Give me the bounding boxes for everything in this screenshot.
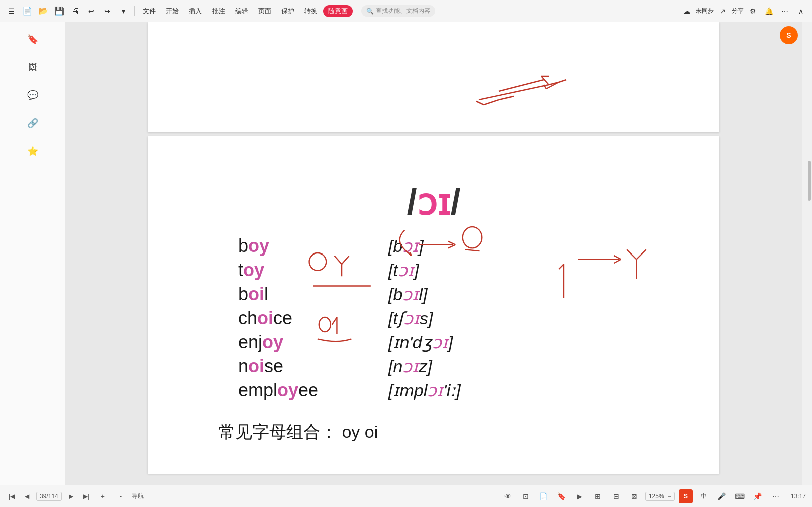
wps-icon[interactable]: S (679, 489, 693, 503)
word-row-toy: toy [tɔɪ] (238, 260, 689, 281)
zoom-minus[interactable]: − (668, 493, 671, 500)
sidebar-link-icon[interactable]: 🔗 (24, 114, 42, 132)
settings-icon[interactable]: ⚙ (746, 4, 760, 18)
phonics-oi: ɔɪ (417, 182, 451, 222)
dropdown-icon[interactable]: ▾ (116, 4, 130, 18)
page-main: /ɔɪ/ boy [bɔɪ] toy [tɔɪ] boil [bɔɪ (148, 136, 719, 474)
phonetic-choice: [tʃɔɪs] (388, 308, 479, 328)
svg-line-8 (499, 96, 514, 100)
phonics-symbol: /ɔɪ/ (178, 181, 689, 223)
nav-last-btn[interactable]: ▶| (81, 491, 92, 502)
undo-icon[interactable]: ↩ (84, 4, 98, 18)
page-total: 114 (48, 493, 58, 500)
menu-item-yemian[interactable]: 页面 (254, 5, 275, 18)
menu-item-bianji[interactable]: 编辑 (231, 5, 252, 18)
phonetic-employee: [ɪmplɔɪ'iː] (388, 380, 479, 400)
search-placeholder: 查找功能、文档内容 (376, 7, 430, 15)
open-icon[interactable]: 📂 (36, 4, 50, 18)
svg-line-5 (546, 82, 559, 89)
file-icon[interactable]: 📄 (20, 4, 34, 18)
phonics-header: /ɔɪ/ (178, 181, 689, 223)
menu-item-pizhu[interactable]: 批注 (208, 5, 229, 18)
status-right-icons: 👁 ⊡ 📄 🔖 ▶ ⊞ ⊟ ⊠ 125% − S 中 🎤 ⌨ 📌 ⋯ 13:17 (501, 489, 806, 503)
guide-add-btn[interactable]: + (96, 489, 110, 503)
right-scrollbar[interactable] (802, 22, 812, 485)
share-icon[interactable]: ↗ (716, 4, 730, 18)
print-icon[interactable]: 🖨 (68, 4, 82, 18)
nav-next-btn[interactable]: ▶ (66, 491, 77, 502)
pin-icon[interactable]: 📌 (751, 489, 765, 503)
guide-label: 导航 (132, 492, 144, 500)
svg-line-2 (549, 82, 559, 85)
bell-icon[interactable]: 🔔 (762, 4, 776, 18)
ph-choice-highlight: ɔɪ (403, 309, 420, 328)
sidebar-comment-icon[interactable]: 💬 (24, 86, 42, 104)
orange-action-button[interactable]: S (780, 26, 798, 44)
menu-item-wenjian[interactable]: 文件 (139, 5, 160, 18)
chevron-icon[interactable]: ∧ (794, 4, 808, 18)
svg-line-6 (476, 101, 484, 105)
nav-prev-btn[interactable]: ◀ (21, 491, 32, 502)
menu-item-kaishi[interactable]: 开始 (162, 5, 183, 18)
word-employee: employee (238, 380, 328, 401)
word-boy: boy (238, 235, 328, 257)
lang-zh-icon[interactable]: 中 (697, 489, 711, 503)
menu-item-charu[interactable]: 插入 (185, 5, 206, 18)
focus-icon[interactable]: ⊡ (519, 489, 533, 503)
word-enjoy: enjoy (238, 332, 328, 353)
svg-line-7 (484, 100, 499, 105)
sidebar-bookmark-icon[interactable]: 🔖 (24, 30, 42, 48)
page-current: 39 (40, 493, 46, 500)
word-row-noise: noise [nɔɪz] (238, 356, 689, 377)
svg-line-0 (479, 92, 514, 100)
page-top (148, 22, 719, 132)
layout3-icon[interactable]: ⊠ (627, 489, 641, 503)
save-icon[interactable]: 💾 (52, 4, 66, 18)
zoom-display: 125% − (645, 492, 675, 501)
phonetic-toy: [tɔɪ] (388, 260, 479, 280)
word-row-boy: boy [bɔɪ] (238, 235, 689, 257)
phonetic-enjoy: [ɪn'dʒɔɪ] (388, 332, 479, 352)
keyboard-icon[interactable]: ⌨ (733, 489, 747, 503)
toolbar: ☰ 📄 📂 💾 🖨 ↩ ↪ ▾ 文件 开始 插入 批注 编辑 页面 保护 转换 … (0, 0, 812, 22)
view-icon[interactable]: 👁 (501, 489, 515, 503)
nav-first-btn[interactable]: |◀ (6, 491, 17, 502)
menu-item-baohu[interactable]: 保护 (277, 5, 298, 18)
word-noise: noise (238, 356, 328, 377)
sidebar-star-icon[interactable]: ⭐ (24, 142, 42, 160)
guide-remove-btn[interactable]: - (114, 489, 128, 503)
word-enjoy-highlight: oy (262, 332, 283, 352)
bookmark2-icon[interactable]: 🔖 (555, 489, 569, 503)
redo-icon[interactable]: ↪ (100, 4, 114, 18)
search-icon: 🔍 (366, 8, 374, 15)
phonetic-boil: [bɔɪl] (388, 284, 479, 304)
menu-item-zhuanhuan[interactable]: 转换 (300, 5, 321, 18)
sidebar-image-icon[interactable]: 🖼 (24, 58, 42, 76)
svg-line-9 (499, 80, 544, 91)
unsync-icon[interactable]: ☁ (680, 4, 694, 18)
doc-area: /ɔɪ/ boy [bɔɪ] toy [tɔɪ] boil [bɔɪ (65, 22, 802, 485)
status-bar: |◀ ◀ 39/114 ▶ ▶| + - 导航 👁 ⊡ 📄 🔖 ▶ ⊞ ⊟ ⊠ … (0, 485, 812, 507)
ph-enjoy-highlight: ɔɪ (432, 333, 448, 352)
ellipsis-icon[interactable]: ⋯ (769, 489, 783, 503)
mic-icon[interactable]: 🎤 (715, 489, 729, 503)
scrollbar-thumb[interactable] (808, 161, 811, 201)
word-boil: boil (238, 284, 328, 305)
page-display[interactable]: 39/114 (36, 492, 62, 501)
word-toy: toy (238, 260, 328, 281)
word-row-enjoy: enjoy [ɪn'dʒɔɪ] (238, 332, 689, 353)
more-icon[interactable]: ⋯ (778, 4, 792, 18)
doc-icon[interactable]: 📄 (537, 489, 551, 503)
word-toy-highlight: oy (243, 260, 264, 280)
slash-right: / (451, 182, 461, 222)
time-display: 13:17 (791, 493, 806, 500)
menu-icon[interactable]: ☰ (4, 4, 18, 18)
layout1-icon[interactable]: ⊞ (591, 489, 605, 503)
layout2-icon[interactable]: ⊟ (609, 489, 623, 503)
search-box[interactable]: 🔍 查找功能、文档内容 (361, 5, 435, 17)
main-area: 🔖 🖼 💬 🔗 ⭐ (0, 22, 812, 485)
play-icon[interactable]: ▶ (573, 489, 587, 503)
menu-item-suiyihua[interactable]: 随意画 (323, 5, 353, 17)
word-noise-highlight: oi (248, 356, 264, 376)
word-row-choice: choice [tʃɔɪs] (238, 308, 689, 329)
